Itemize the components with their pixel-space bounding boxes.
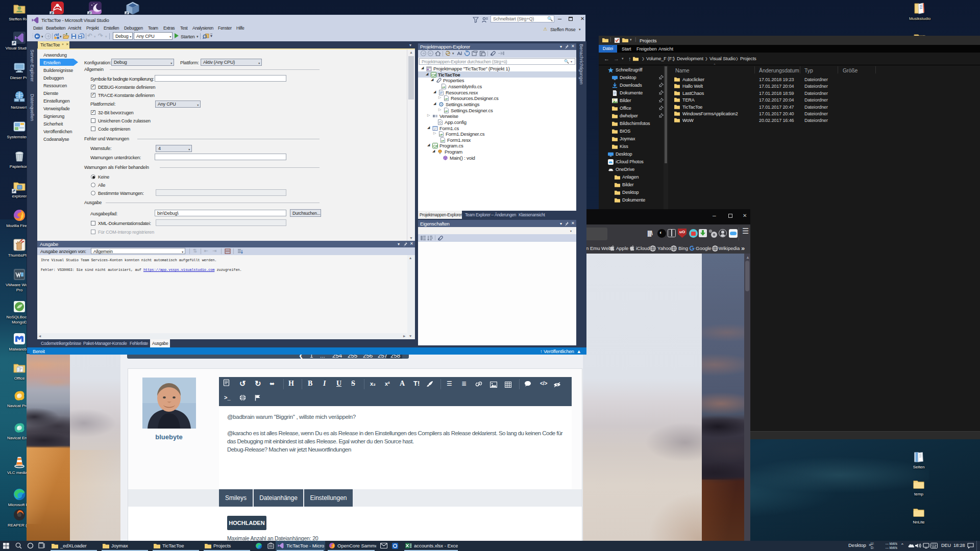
svg-text:C#: C# [433, 144, 438, 148]
svg-text:c#: c# [445, 110, 448, 113]
svg-text:C#: C# [432, 73, 436, 77]
svg-text:c#: c# [439, 133, 443, 136]
svg-text:c#: c# [445, 97, 448, 101]
svg-text:c#: c# [442, 86, 446, 89]
svg-text:c#: c# [441, 139, 445, 142]
